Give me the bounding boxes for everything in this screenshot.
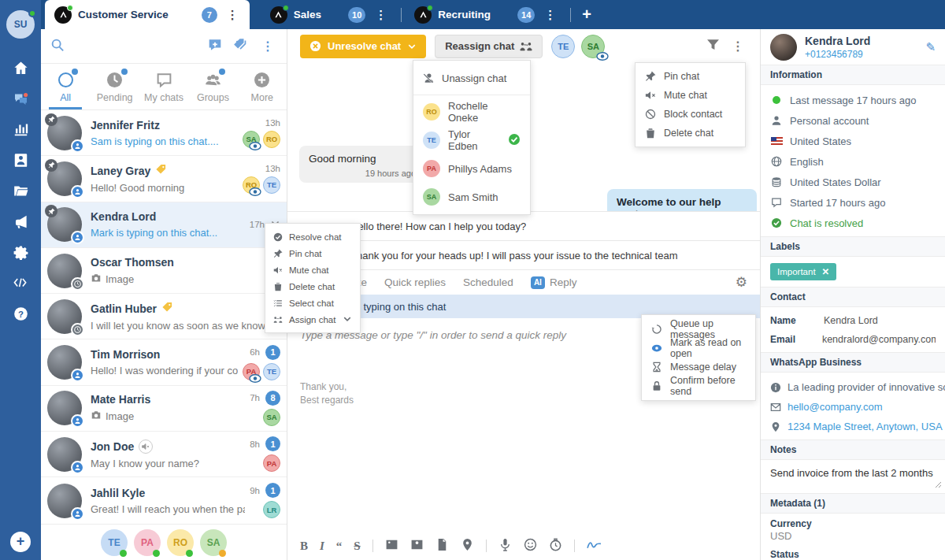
menu-item-mute-chat[interactable]: Mute chat [636,86,745,105]
chat-list-menu-icon[interactable]: ⋮ [258,40,277,53]
agent-presence-chip[interactable]: PA [134,529,161,556]
user-avatar[interactable]: SU [6,10,35,39]
home-icon[interactable] [0,53,41,83]
tab-separator [401,8,402,22]
file-icon[interactable] [435,538,449,554]
svg-text:?: ? [18,310,24,319]
notes-textarea[interactable]: Send invoice from the last 2 months [761,460,945,493]
chat-row-jon-doe[interactable]: Jon Doe May I know your name? 8h1 PA [41,432,287,477]
chat-row-jennifer-fritz[interactable]: Jennifer Fritz Sam is typing on this cha… [41,110,287,156]
menu-item-agent-rochelle[interactable]: RORochelle Oneke [413,98,530,126]
tab-scheduled[interactable]: Scheduled [463,270,513,295]
menu-item-agent-tylor[interactable]: TETylor Edben [413,126,530,154]
assignee-avatar[interactable]: SA [581,35,605,58]
emoji-icon[interactable] [524,538,537,554]
business-email-link[interactable]: hello@company.com [761,397,945,417]
filter-tab-pending[interactable]: Pending [90,64,139,109]
filter-tab-more[interactable]: More [238,64,287,109]
menu-item-select-chat[interactable]: Select chat [265,295,360,311]
chat-row-tim-morrison[interactable]: Tim Morrison Hello! I was wondering if y… [41,339,287,385]
location-icon[interactable] [461,538,474,554]
menu-item-message-delay[interactable]: Message delay [642,358,755,376]
menu-item-pin-chat[interactable]: Pin chat [636,67,745,86]
composer-settings-gear-icon[interactable]: ⚙ [736,274,747,291]
tab-customer-service[interactable]: Customer Service 7 ⋮ [45,0,250,29]
tab-sales[interactable]: Sales 10 ⋮ [261,0,398,29]
help-icon[interactable]: ? [0,299,41,329]
menu-item-assign-chat[interactable]: Assign chat [265,311,360,328]
chat-row-jahlil-kyle[interactable]: Jahlil Kyle Great! I will reach you when… [41,477,287,523]
label-chip-important[interactable]: Important✕ [770,263,836,280]
menu-item-resolve-chat[interactable]: Resolve chat [265,228,360,245]
tab-ai-reply[interactable]: AIReply [531,270,577,295]
new-tab-button[interactable]: + [574,6,599,24]
chat-row-laney-gray[interactable]: Laney Gray Hello! Good morning 13h ROTE [41,156,287,202]
new-chat-icon[interactable] [208,38,222,55]
agent-presence-chip[interactable]: RO [167,529,194,556]
menu-item-agent-phillys[interactable]: PAPhillys Adams [413,154,530,183]
italic-icon[interactable]: I [320,540,324,553]
watching-eye-icon [596,52,609,62]
timer-icon[interactable] [549,538,562,554]
tab-menu-icon[interactable]: ⋮ [224,9,242,20]
menu-item-agent-sam[interactable]: SASam Smith [413,183,530,211]
menu-item-pin-chat[interactable]: Pin chat [265,245,360,261]
mic-icon[interactable] [498,538,512,554]
contacts-icon[interactable] [0,145,41,176]
block-icon [645,109,656,120]
workspace-logo [270,6,287,24]
assignee-chips: ROTE [243,176,280,194]
conversation-toolbar: Unresolve chat Reassign chat TE SA ⋮ [287,29,760,63]
tab-recruiting[interactable]: Recruiting 14 ⋮ [405,0,567,29]
menu-item-unassign-chat[interactable]: Unassign chat [413,64,530,92]
menu-item-mark-read-on-open[interactable]: Mark as read on open [642,339,755,358]
chat-row-gatlin-huber[interactable]: Gatlin Huber I will let you know as soon… [41,294,287,339]
bold-icon[interactable]: B [300,540,308,553]
contact-card-icon[interactable] [410,538,424,554]
tab-menu-icon[interactable]: ⋮ [372,9,390,20]
signature-icon[interactable] [587,539,602,553]
settings-icon[interactable] [0,237,41,268]
assigned-badge-icon [71,139,84,153]
reassign-chat-button[interactable]: Reassign chat [435,35,543,58]
files-icon[interactable] [0,176,41,206]
integrations-icon[interactable] [0,268,41,299]
resize-handle[interactable] [935,479,942,491]
filter-icon[interactable] [706,38,720,54]
chat-row-kendra-lord[interactable]: Kendra Lord Mark is typing on this chat.… [41,202,287,248]
analytics-icon[interactable] [0,114,41,145]
remove-label-icon[interactable]: ✕ [822,266,830,277]
chat-row-mate-harris[interactable]: Mate Harris Image 7h8 SA [41,386,287,432]
menu-item-block-contact[interactable]: Block contact [636,105,745,124]
menu-item-delete-chat[interactable]: Delete chat [265,278,360,295]
chats-icon[interactable] [0,83,41,114]
tab-quick-replies[interactable]: Quick replies [384,270,446,295]
agent-presence-chip[interactable]: TE [101,529,128,556]
chat-row-oscar-thomsen[interactable]: Oscar Thomsen Image 5h [41,248,287,294]
quote-icon[interactable]: “ [336,540,343,553]
filter-tab-all[interactable]: All [41,64,90,109]
menu-item-delete-chat[interactable]: Delete chat [636,124,745,143]
contact-phone[interactable]: +0123456789 [805,49,870,60]
conversation-menu-icon[interactable]: ⋮ [728,40,747,53]
filter-tab-groups[interactable]: Groups [188,64,237,109]
business-address-link[interactable]: 1234 Maple Street, Anytown, USA 12... [761,417,945,436]
menu-item-confirm-before-send[interactable]: Confirm before send [642,376,755,395]
add-workspace-button[interactable]: + [10,532,31,552]
pin-icon [645,71,656,82]
agent-presence-chip[interactable]: SA [200,529,227,556]
filter-tab-my-chats[interactable]: My chats [139,64,188,109]
media-icon[interactable] [385,538,398,554]
info-language: English [761,151,945,172]
chat-preview: Hello! I was wondering if your could hel… [91,365,238,376]
labels-filter-icon[interactable] [233,38,247,55]
strikethrough-icon[interactable]: S [354,540,360,553]
search-icon[interactable] [50,38,65,55]
edit-contact-icon[interactable]: ✎ [925,40,936,54]
menu-item-queue-messages[interactable]: Queue up messages [642,320,755,339]
menu-item-mute-chat[interactable]: Mute chat [265,261,360,278]
unresolve-chat-button[interactable]: Unresolve chat [300,35,426,58]
tab-menu-icon[interactable]: ⋮ [541,9,559,20]
assignee-avatar[interactable]: TE [551,35,575,58]
broadcast-icon[interactable] [0,206,41,237]
